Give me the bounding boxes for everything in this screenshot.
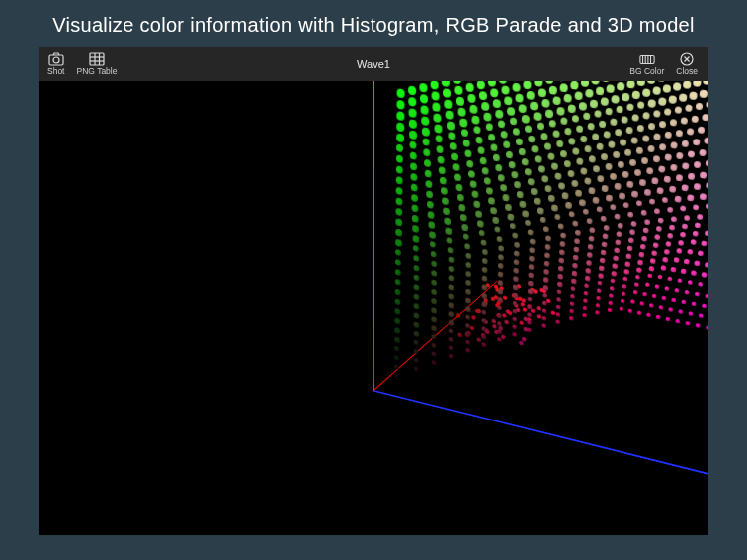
svg-rect-7 bbox=[640, 56, 654, 64]
shot-button[interactable]: Shot bbox=[47, 52, 65, 76]
toolbar: Wave1 Shot bbox=[39, 47, 708, 81]
shot-label: Shot bbox=[47, 67, 65, 76]
close-button[interactable]: Close bbox=[676, 52, 698, 76]
png-table-button[interactable]: PNG Table bbox=[77, 52, 118, 76]
camera-icon bbox=[48, 52, 64, 66]
headline: Visualize color information with Histogr… bbox=[0, 0, 747, 47]
bg-color-label: BG Color bbox=[629, 67, 664, 76]
rgb-3d-viewport[interactable] bbox=[39, 81, 708, 535]
viewer-title: Wave1 bbox=[39, 58, 708, 70]
palette-icon bbox=[639, 52, 655, 66]
close-icon bbox=[679, 52, 695, 66]
viewer-window: Wave1 Shot bbox=[39, 47, 708, 535]
close-label: Close bbox=[676, 67, 698, 76]
png-table-label: PNG Table bbox=[77, 67, 118, 76]
svg-point-1 bbox=[53, 57, 59, 63]
svg-rect-2 bbox=[90, 53, 104, 65]
bg-color-button[interactable]: BG Color bbox=[629, 52, 664, 76]
axis-blue bbox=[374, 390, 708, 482]
axis-green bbox=[373, 81, 374, 391]
grid-icon bbox=[89, 52, 105, 66]
